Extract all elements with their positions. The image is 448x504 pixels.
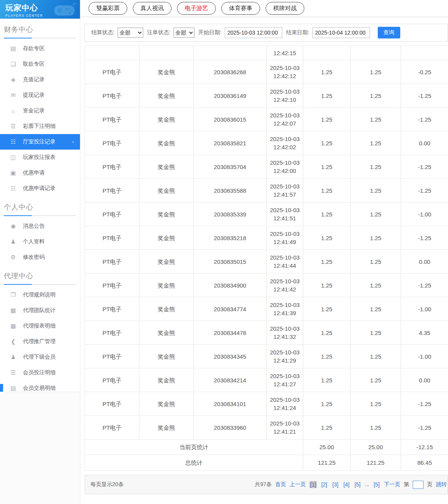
page-stats-valid: 25.00 [351, 439, 401, 455]
sidebar-item[interactable]: ◉消息公告 [0, 218, 80, 234]
table-row: PT电子奖金熊20308358212025-10-0312:42:021.251… [85, 131, 448, 155]
sidebar-item-label: 提现记录 [23, 92, 45, 99]
sidebar-item[interactable]: ☰彩票下注明细 [0, 119, 80, 134]
cell-bet-time: 2025-10-0312:41:42 [267, 274, 303, 297]
sidebar-item[interactable]: ☷厅室投注记录› [0, 134, 80, 150]
cell-valid-bet: 1.25 [351, 60, 401, 84]
sidebar-item[interactable]: ▣优惠申请 [0, 165, 80, 181]
cell-bet-time: 2025-10-0312:41:44 [267, 250, 303, 274]
app-root: 玩家中心 PLAYERS CENTER 财务中心▤存款专区❏取款专区◈充值记录✉… [0, 0, 448, 504]
cell-game-type: PT电子 [85, 321, 139, 345]
page-number-link[interactable]: [4] [343, 481, 351, 488]
cell-bet-time: 12:42:15 [267, 46, 303, 60]
game-tab[interactable]: 体育赛事 [221, 2, 260, 15]
cell-order-no: 2030833960 [194, 416, 267, 439]
total-stats-valid: 121.25 [351, 455, 401, 471]
game-category-tabbar: 雙赢彩票真人视讯电子游艺体育赛事棋牌对战 [80, 0, 448, 17]
sidebar-item[interactable]: ♟代理下级会员 [0, 349, 80, 365]
end-date-input[interactable] [313, 27, 370, 38]
settle-status-label: 结算状态: [91, 29, 115, 36]
cell-game-type [85, 46, 139, 60]
table-row: PT电子奖金熊20308350152025-10-0312:41:441.251… [85, 250, 448, 274]
query-button[interactable]: 查询 [378, 27, 400, 38]
cell-game-name: 奖金熊 [139, 131, 194, 155]
page-number-link[interactable]: [1] [309, 481, 317, 488]
records-table-wrap: 12:42:15PT电子奖金熊20308362682025-10-0312:42… [85, 45, 448, 471]
sidebar-section-title: 代理中心 [4, 271, 76, 285]
cell-winloss: -1.00 [401, 297, 448, 321]
cell-bet-time: 2025-10-0312:42:10 [267, 84, 303, 108]
member-trade-detail-icon: ▤ [9, 385, 17, 392]
table-row: PT电子奖金熊20308353392025-10-0312:41:511.251… [85, 202, 448, 226]
prev-page-link[interactable]: 上一页 [290, 481, 306, 488]
page-number-link[interactable]: [3] [332, 481, 339, 488]
cell-bet-time: 2025-10-0312:41:27 [267, 368, 303, 392]
player-bet-report-icon: ◫ [9, 154, 17, 161]
agent-members-icon: ♟ [9, 354, 17, 361]
cell-order-no: 2030835588 [194, 179, 267, 202]
cell-valid-bet: 1.25 [351, 226, 401, 250]
cell-winloss: -1.25 [401, 392, 448, 416]
sidebar: 玩家中心 PLAYERS CENTER 财务中心▤存款专区❏取款专区◈充值记录✉… [0, 0, 80, 504]
page-number-links: [1][2][3][4][5]...[5] [309, 481, 380, 488]
sidebar-item[interactable]: ◫玩家投注报表 [0, 150, 80, 165]
cell-bet-amount: 1.25 [303, 345, 351, 368]
cell-game-name: 奖金熊 [139, 250, 194, 274]
settle-status-select[interactable]: 全部 [118, 28, 143, 38]
game-tab[interactable]: 电子游艺 [177, 2, 216, 15]
start-date-input[interactable] [225, 27, 282, 38]
sidebar-item-label: 会员交易明细 [23, 385, 56, 392]
promo-apply-icon: ▣ [9, 169, 17, 176]
first-page-link[interactable]: 首页 [275, 481, 286, 488]
game-tab[interactable]: 雙赢彩票 [89, 2, 127, 15]
table-row: PT电子奖金熊20308343452025-10-0312:41:291.251… [85, 345, 448, 368]
start-date-label: 开始日期: [198, 29, 222, 36]
agent-promo-share-icon: ❮ [9, 338, 17, 345]
order-status-label: 注单状态: [147, 29, 170, 36]
sidebar-item-label: 个人资料 [23, 238, 45, 245]
sidebar-item-label: 消息公告 [23, 223, 45, 230]
sidebar-item[interactable]: ☷优惠申请记录 [0, 181, 80, 196]
cell-winloss: 4.35 [401, 321, 448, 345]
page-number-link[interactable]: [5] [354, 481, 361, 488]
page-number-link[interactable]: [5] [373, 481, 380, 488]
filter-bar: 结算状态: 全部 注单状态: 全部 开始日期: 结束日期: 查询 [85, 24, 448, 42]
per-page-label: 每页显示20条 [90, 481, 124, 488]
sidebar-item[interactable]: ❏取款专区 [0, 56, 80, 72]
game-tab[interactable]: 真人视讯 [133, 2, 172, 15]
sidebar-item[interactable]: ❐代理规则说明 [0, 287, 80, 303]
cell-bet-amount: 1.25 [303, 131, 351, 155]
cell-order-no: 2030836268 [194, 60, 267, 84]
sidebar-item[interactable]: ♟个人资料 [0, 234, 80, 249]
order-status-select[interactable]: 全部 [174, 28, 194, 38]
cell-order-no: 2030835015 [194, 250, 267, 274]
cell-valid-bet: 1.25 [351, 155, 401, 179]
next-page-link[interactable]: 下一页 [384, 481, 400, 488]
page-jump-input[interactable] [413, 481, 424, 489]
cell-valid-bet: 1.25 [351, 392, 401, 416]
game-tab[interactable]: 棋牌对战 [266, 2, 304, 15]
sidebar-item[interactable]: ⌂资金记录 [0, 103, 80, 119]
sidebar-item[interactable]: ☰会员投注明细 [0, 365, 80, 380]
cell-valid-bet: 1.25 [351, 321, 401, 345]
sidebar-item[interactable]: ⚙修改密码 [0, 249, 80, 265]
sidebar-item[interactable]: ▦代理报表明细 [0, 318, 80, 334]
sidebar-item[interactable]: ✉提现记录 [0, 87, 80, 103]
page-number-link[interactable]: [2] [320, 481, 328, 488]
recharge-record-icon: ◈ [9, 76, 17, 83]
withdraw-icon: ❏ [9, 61, 17, 68]
sidebar-item[interactable]: ◈充值记录 [0, 72, 80, 87]
cell-order-no: 2030835218 [194, 226, 267, 250]
cell-game-name: 奖金熊 [139, 202, 194, 226]
sidebar-item[interactable]: ▦代理团队统计 [0, 303, 80, 318]
jump-button[interactable]: 跳转 [436, 481, 447, 488]
sidebar-nav-group: ❐代理规则说明▦代理团队统计▦代理报表明细❮代理推广管理♟代理下级会员☰会员投注… [0, 287, 80, 396]
cell-game-name: 奖金熊 [139, 84, 194, 108]
sidebar-item[interactable]: ▤存款专区 [0, 41, 80, 56]
cell-valid-bet: 1.25 [351, 250, 401, 274]
section-title-text: 代理中心 [4, 271, 76, 281]
sidebar-item[interactable]: ❮代理推广管理 [0, 334, 80, 349]
sidebar-item-label: 彩票下注明细 [23, 123, 56, 130]
page-stats-label: 当前页统计 [85, 439, 303, 455]
cell-valid-bet: 1.25 [351, 179, 401, 202]
